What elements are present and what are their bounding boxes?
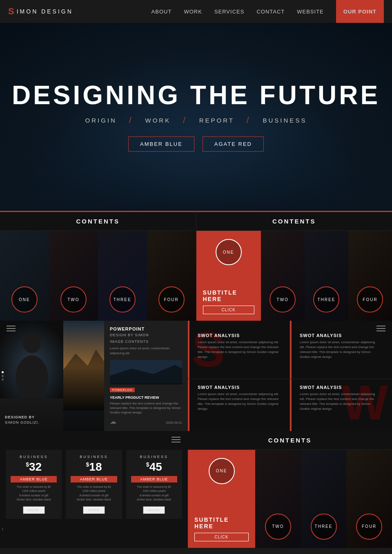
contents-header-right: CONTENTS <box>196 212 392 231</box>
powerpoint-subtitle: DESIGN BY SIMON <box>110 333 182 337</box>
mid-row: DESIGNED BY SIMON GODLIZI. ‹ <box>0 321 392 431</box>
hamburger-icon-bottom[interactable] <box>172 437 180 442</box>
contents-right-items: ONE SUBTITLE HERE CLICK TWO THREE FOUR <box>196 231 392 321</box>
swot-title-3: SWOT ANALYSIS <box>198 385 285 390</box>
subtitle-business: BUSINESS <box>263 116 307 125</box>
featured-click-button[interactable]: CLICK <box>203 306 254 314</box>
swot-section: S W SWOT ANALYSIS Lorem ipsum dolor sit … <box>188 321 392 431</box>
nav-links: ABOUT WORK SERVICES CONTACT WEBSITE OUR … <box>151 0 384 23</box>
dot-2 <box>2 375 4 377</box>
bottom-item-three[interactable]: THREE <box>301 450 347 548</box>
nav-cta[interactable]: OUR POINT <box>336 0 384 23</box>
contents-row: CONTENTS ONE TWO THREE FOUR CONTENTS <box>0 211 392 321</box>
divider-1: / <box>129 116 133 125</box>
swot-text-4: Lorem ipsum dolor sit amet, consectetuer… <box>300 392 380 411</box>
swot-title-2: SWOT ANALYSIS <box>300 333 380 338</box>
person-label: DESIGNED BY SIMON GODLIZI. <box>5 415 40 425</box>
right-item-two[interactable]: TWO <box>261 231 305 321</box>
bottom-contents-header: CONTENTS <box>188 431 392 450</box>
swot-text-2: Lorem ipsum dolor sit amet, consectetuer… <box>300 340 380 360</box>
amber-blue-button[interactable]: AMBER BLUE <box>128 136 194 152</box>
circle-one: ONE <box>11 286 38 313</box>
contents-item-2[interactable]: TWO <box>49 231 98 321</box>
bottom-featured-subtitle: SUBTITLE HERE <box>194 516 249 529</box>
hamburger-line-r1 <box>376 326 385 326</box>
nav-contact[interactable]: CONTACT <box>256 9 285 15</box>
contents-items-left: ONE TWO THREE FOUR <box>0 231 196 321</box>
powerpoint-date: 2030.09.01 <box>166 421 182 424</box>
divider-2: / <box>183 116 187 125</box>
person-silhouette <box>0 321 63 398</box>
price-more-2[interactable]: MORE <box>83 506 105 514</box>
dark-stripe <box>63 321 104 431</box>
contents-header-left: CONTENTS <box>0 212 196 231</box>
circle-b-two: TWO <box>265 514 291 540</box>
powerpoint-card: POWERPOINT DESIGN BY SIMON IMAGE CONTENT… <box>104 321 188 431</box>
mid-left-panel: DESIGNED BY SIMON GODLIZI. ‹ <box>0 321 188 431</box>
price-card-2: BUSINESS $18 AMBER BLUE The order is red… <box>66 450 122 519</box>
bottom-item-four[interactable]: FOUR <box>346 450 392 548</box>
hamburger-icon-right[interactable] <box>376 326 385 331</box>
right-item-four[interactable]: FOUR <box>348 231 392 321</box>
bottom-featured[interactable]: ONE SUBTITLE HERE CLICK <box>188 450 255 548</box>
subtitle-origin: ORIGIN <box>85 116 117 125</box>
person-label-line1: DESIGNED BY <box>5 415 40 420</box>
swot-red-bar-3 <box>188 379 189 431</box>
swot-item-3: SWOT ANALYSIS Lorem ipsum dolor sit amet… <box>188 379 290 431</box>
right-item-three[interactable]: THREE <box>305 231 348 321</box>
price-desc-1: The order is reduced by $21200 million p… <box>11 485 57 502</box>
hero-subtitle: ORIGIN / WORK / REPORT / BUSINESS <box>12 116 380 125</box>
price-business-1: BUSINESS <box>11 455 57 459</box>
circle-four: FOUR <box>158 286 185 313</box>
dots-navigation <box>2 371 62 380</box>
price-more-3[interactable]: MORE <box>143 506 165 514</box>
powerpoint-badge-row: POWERLOG <box>110 388 182 394</box>
price-label-1: AMBER BLUE <box>11 476 57 483</box>
bottom-left-arrow[interactable]: ‹ <box>2 525 4 532</box>
swot-text-3: Lorem ipsum dolor sit amet, consectetuer… <box>198 392 285 411</box>
bottom-featured-click[interactable]: CLICK <box>194 533 249 541</box>
powerpoint-body-text: Lorem ipsum dolor sit amet, consectetuer… <box>110 346 182 356</box>
agate-red-button[interactable]: AGATE RED <box>203 136 264 152</box>
circle-r-three: THREE <box>313 286 339 313</box>
ham-b3 <box>172 442 180 442</box>
powerpoint-badge: POWERLOG <box>110 388 135 392</box>
swot-item-1: SWOT ANALYSIS Lorem ipsum dolor sit amet… <box>188 321 290 379</box>
bottom-right-panel: CONTENTS ONE SUBTITLE HERE CLICK TWO THR… <box>188 431 392 548</box>
circle-two: TWO <box>60 286 87 313</box>
price-business-3: BUSINESS <box>131 455 177 459</box>
swot-text-1: Lorem ipsum dolor sit amet, consectetuer… <box>198 340 285 360</box>
price-more-1[interactable]: MORE <box>23 506 45 514</box>
contents-featured[interactable]: ONE SUBTITLE HERE CLICK <box>196 231 261 321</box>
contents-item-1[interactable]: ONE <box>0 231 49 321</box>
featured-circle: ONE <box>216 239 242 265</box>
contents-item-4[interactable]: FOUR <box>147 231 196 321</box>
price-desc-3: The order is reduced by $21200 million p… <box>131 485 177 502</box>
nav-about[interactable]: ABOUT <box>151 9 172 15</box>
ham-b2 <box>172 439 180 440</box>
hero-section: DESIGNING THE FUTURE ORIGIN / WORK / REP… <box>0 23 392 211</box>
powerpoint-footer: ☁ 2030.09.01 <box>110 418 182 425</box>
bottom-contents-items: ONE SUBTITLE HERE CLICK TWO THREE FOUR <box>188 450 392 548</box>
swot-red-bar-2 <box>290 321 292 379</box>
powerpoint-review-title: YEARLY PRODUCT REVIEW <box>110 395 182 400</box>
circle-r-four: FOUR <box>357 286 383 313</box>
hamburger-icon[interactable] <box>7 326 181 331</box>
subtitle-report: REPORT <box>199 116 234 125</box>
bottom-item-two[interactable]: TWO <box>255 450 301 548</box>
price-amount-3: $45 <box>131 460 177 474</box>
swot-title-4: SWOT ANALYSIS <box>300 385 380 390</box>
price-business-2: BUSINESS <box>71 455 117 459</box>
navbar: S IMON DESIGN ABOUT WORK SERVICES CONTAC… <box>0 0 392 23</box>
contents-right-numbered: TWO THREE FOUR <box>261 231 392 321</box>
nav-work[interactable]: WORK <box>184 9 202 15</box>
nav-services[interactable]: SERVICES <box>214 9 245 15</box>
dot-3 <box>2 378 4 380</box>
person-card: DESIGNED BY SIMON GODLIZI. ‹ <box>0 321 63 431</box>
nav-website[interactable]: WEBSITE <box>297 9 324 15</box>
bottom-left-menu <box>0 431 188 446</box>
price-label-2: AMBER BLUE <box>71 476 117 483</box>
contents-item-3[interactable]: THREE <box>98 231 147 321</box>
hero-title: DESIGNING THE FUTURE <box>12 82 380 108</box>
bottom-section: BUSINESS $32 AMBER BLUE The order is red… <box>0 431 392 548</box>
